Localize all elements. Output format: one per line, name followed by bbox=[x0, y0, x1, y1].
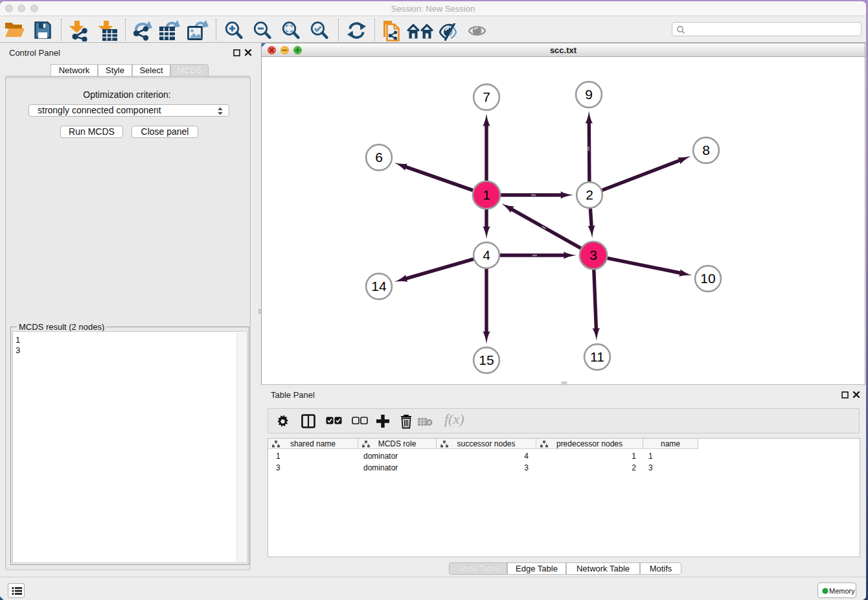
svg-text:14: 14 bbox=[371, 279, 387, 294]
svg-text:1: 1 bbox=[483, 187, 490, 202]
svg-text:4: 4 bbox=[483, 248, 490, 262]
svg-text:15: 15 bbox=[479, 352, 494, 367]
svg-text:3: 3 bbox=[589, 248, 597, 262]
svg-text:9: 9 bbox=[585, 87, 593, 102]
svg-text:11: 11 bbox=[590, 349, 604, 364]
svg-text:7: 7 bbox=[483, 89, 490, 104]
svg-text:2: 2 bbox=[586, 187, 593, 202]
svg-text:6: 6 bbox=[375, 150, 383, 165]
svg-text:8: 8 bbox=[702, 143, 710, 157]
svg-text:10: 10 bbox=[700, 271, 715, 286]
